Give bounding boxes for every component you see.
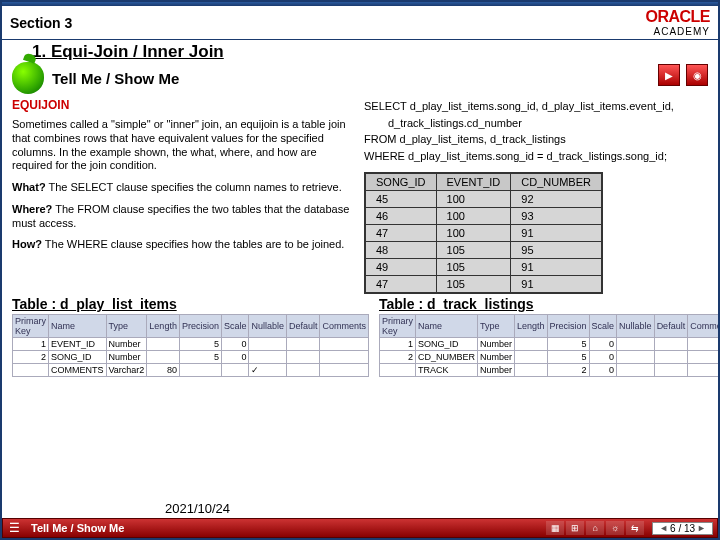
prev-page-icon[interactable]: ◄: [657, 523, 670, 533]
footer-text: Tell Me / Show Me: [25, 522, 130, 534]
sql-line: SELECT d_play_list_items.song_id, d_play…: [364, 98, 708, 115]
result-th: EVENT_ID: [436, 173, 511, 191]
what-paragraph: What? The SELECT clause specifies the co…: [12, 181, 356, 195]
menu-icon[interactable]: ☰: [3, 521, 25, 535]
table-row: 4510092: [365, 191, 602, 208]
table-row: TRACKNumber20: [380, 364, 721, 377]
tool-icon[interactable]: ⊞: [566, 521, 584, 535]
intro-paragraph: Sometimes called a "simple" or "inner" j…: [12, 118, 356, 173]
footer-icons: ▦ ⊞ ⌂ ☼ ⇆ ◄ 6 / 13 ►: [546, 521, 717, 535]
section-label: Section 3: [10, 15, 72, 31]
table-row: 4710591: [365, 276, 602, 294]
right-column: SELECT d_play_list_items.song_id, d_play…: [364, 98, 708, 294]
table-row: 4810595: [365, 242, 602, 259]
table-row: 4910591: [365, 259, 602, 276]
page-indicator: ◄ 6 / 13 ►: [652, 522, 713, 535]
play-button[interactable]: ▶: [658, 64, 680, 86]
apple-icon: [12, 62, 44, 94]
page-total: 13: [684, 523, 695, 534]
table-row: 4610093: [365, 208, 602, 225]
table-row: 1EVENT_IDNumber50: [13, 338, 369, 351]
result-th: CD_NUMBER: [511, 173, 602, 191]
left-column: EQUIJOIN Sometimes called a "simple" or …: [12, 98, 356, 294]
media-buttons: ▶ ◉: [658, 64, 708, 86]
result-table: SONG_IDEVENT_IDCD_NUMBER 451009246100934…: [364, 172, 603, 294]
schema-row: Table : d_play_list_items Primary KeyNam…: [2, 294, 718, 377]
tellme-heading: Tell Me / Show Me: [52, 70, 179, 87]
sound-button[interactable]: ◉: [686, 64, 708, 86]
schema-right: Table : d_track_listings Primary KeyName…: [379, 296, 720, 377]
content-columns: EQUIJOIN Sometimes called a "simple" or …: [2, 98, 718, 294]
schema-right-title: Table : d_track_listings: [379, 296, 720, 312]
sql-line: WHERE d_play_list_items.song_id = d_trac…: [364, 148, 708, 165]
sql-line: FROM d_play_list_items, d_track_listings: [364, 131, 708, 148]
table-row: 2SONG_IDNumber50: [13, 351, 369, 364]
where-paragraph: Where? The FROM clause specifies the two…: [12, 203, 356, 231]
slide-title: 1. Equi-Join / Inner Join: [2, 40, 718, 62]
tool-icon[interactable]: ☼: [606, 521, 624, 535]
next-page-icon[interactable]: ►: [695, 523, 708, 533]
equijoin-heading: EQUIJOIN: [12, 98, 356, 112]
schema-right-table: Primary KeyNameTypeLengthPrecisionScaleN…: [379, 314, 720, 377]
footer-bar: ☰ Tell Me / Show Me ▦ ⊞ ⌂ ☼ ⇆ ◄ 6 / 13 ►: [2, 518, 718, 538]
schema-left-table: Primary KeyNameTypeLengthPrecisionScaleN…: [12, 314, 369, 377]
schema-left-title: Table : d_play_list_items: [12, 296, 369, 312]
schema-left: Table : d_play_list_items Primary KeyNam…: [12, 296, 369, 377]
tool-icon[interactable]: ▦: [546, 521, 564, 535]
section-header: Section 3 ORACLE ACADEMY: [2, 6, 718, 40]
how-paragraph: How? The WHERE clause specifies how the …: [12, 238, 356, 252]
sql-block: SELECT d_play_list_items.song_id, d_play…: [364, 98, 708, 164]
tool-icon[interactable]: ⌂: [586, 521, 604, 535]
heading-row: Tell Me / Show Me ▶ ◉: [2, 62, 718, 98]
result-th: SONG_ID: [365, 173, 436, 191]
date-overlay: 2021/10/24: [165, 501, 230, 516]
table-row: 1SONG_IDNumber50: [380, 338, 721, 351]
oracle-academy-logo: ORACLE ACADEMY: [645, 8, 710, 37]
table-row: 2CD_NUMBERNumber50: [380, 351, 721, 364]
tool-icon[interactable]: ⇆: [626, 521, 644, 535]
academy-logo-text: ACADEMY: [645, 26, 710, 37]
sql-line: d_track_listings.cd_number: [364, 115, 708, 132]
oracle-logo-text: ORACLE: [645, 8, 710, 26]
table-row: COMMENTSVarchar280✓: [13, 364, 369, 377]
table-row: 4710091: [365, 225, 602, 242]
